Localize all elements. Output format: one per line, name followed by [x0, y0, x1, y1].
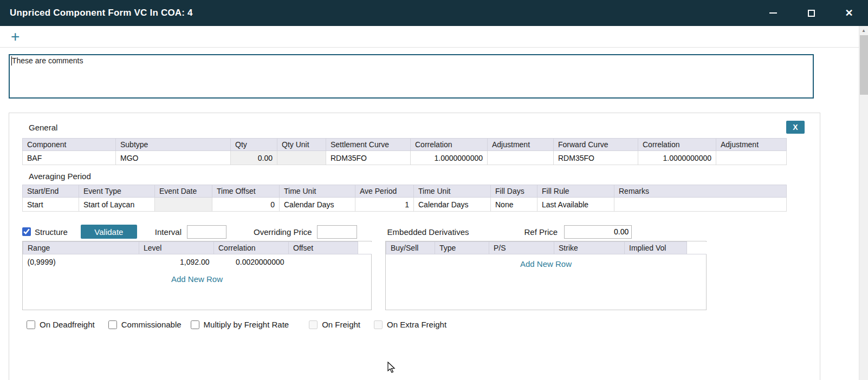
vertical-scrollbar[interactable]: ▲: [859, 26, 868, 380]
general-cell-correlation[interactable]: 1.0000000000: [411, 151, 488, 165]
scroll-up-icon[interactable]: ▲: [859, 26, 868, 35]
interval-input[interactable]: [187, 225, 226, 239]
multiply-by-freight-rate-checkbox[interactable]: [191, 320, 199, 329]
embedded-col-filler: [687, 242, 707, 254]
structure-controls: Structure Validate Interval Overriding P…: [22, 225, 820, 239]
general-row: BAF MGO 0.00 RDM35FO 1.0000000000 RDM35F…: [23, 151, 787, 165]
on-freight-checkbox-label: On Freight: [309, 320, 360, 329]
structure-col-correlation: Correlation: [214, 242, 289, 254]
on-deadfreight-checkbox[interactable]: [27, 320, 35, 329]
avg-cell-remarks[interactable]: [614, 198, 787, 212]
ref-price-label: Ref Price: [524, 227, 558, 237]
comments-textarea[interactable]: These are comments: [9, 54, 814, 99]
general-cell-qty-unit[interactable]: [277, 151, 326, 165]
general-cell-component[interactable]: BAF: [23, 151, 116, 165]
general-col-subtype: Subtype: [116, 139, 231, 151]
averaging-header-row: Start/End Event Type Event Date Time Off…: [23, 185, 787, 198]
general-cell-adjustment-2[interactable]: [716, 151, 787, 165]
sub-tables: Range Level Correlation Offset (0,9999) …: [22, 241, 820, 310]
embedded-add-new-row-link[interactable]: Add New Row: [386, 259, 706, 268]
close-button[interactable]: ✕: [830, 0, 868, 26]
general-col-component: Component: [23, 139, 116, 151]
structure-table: Range Level Correlation Offset (0,9999) …: [22, 241, 372, 310]
maximize-button[interactable]: [792, 0, 830, 26]
averaging-section-label: Averaging Period: [29, 172, 820, 181]
general-cell-qty[interactable]: 0.00: [231, 151, 277, 165]
window-controls: ✕: [754, 0, 868, 26]
structure-row-1: (0,9999) 1,092.00 0.0020000000: [23, 254, 372, 270]
window-title: Unpriced Component Form VC In COA: 4: [10, 8, 193, 18]
embedded-col-ps: P/S: [489, 242, 554, 254]
structure-checkbox-label[interactable]: Structure: [22, 227, 68, 237]
avg-cell-ave-period[interactable]: 1: [355, 198, 414, 212]
avg-cell-time-offset[interactable]: 0: [212, 198, 280, 212]
embedded-col-implied-vol: Implied Vol: [625, 242, 687, 254]
remove-component-button[interactable]: X: [786, 121, 805, 134]
avg-col-time-unit-2: Time Unit: [414, 185, 491, 198]
avg-cell-time-unit[interactable]: Calendar Days: [280, 198, 355, 212]
general-col-qty-unit: Qty Unit: [277, 139, 326, 151]
option-checkboxes: On Deadfreight Commissionable Multiply b…: [27, 320, 820, 329]
minimize-icon: [769, 12, 777, 14]
embedded-col-buy-sell: Buy/Sell: [386, 242, 435, 254]
component-panel: General X Component Subtype Qty Qty Unit…: [9, 113, 820, 380]
structure-add-new-row-link[interactable]: Add New Row: [23, 274, 371, 284]
embedded-derivatives-label: Embedded Derivatives: [387, 227, 469, 237]
general-header-row: Component Subtype Qty Qty Unit Settlemen…: [23, 139, 787, 151]
on-extra-freight-checkbox-label: On Extra Freight: [374, 320, 446, 329]
general-col-forward-curve: Forward Curve: [554, 139, 638, 151]
avg-col-event-date: Event Date: [155, 185, 212, 198]
avg-cell-event-date[interactable]: [155, 198, 212, 212]
interval-label: Interval: [155, 227, 182, 237]
avg-col-remarks: Remarks: [614, 185, 787, 198]
avg-col-fill-rule: Fill Rule: [537, 185, 614, 198]
structure-col-range: Range: [23, 242, 139, 254]
maximize-icon: [808, 10, 815, 17]
general-cell-subtype[interactable]: MGO: [116, 151, 231, 165]
structure-cell-range[interactable]: (0,9999): [23, 254, 139, 270]
validate-button[interactable]: Validate: [81, 225, 137, 239]
embedded-col-type: Type: [435, 242, 489, 254]
titlebar: Unpriced Component Form VC In COA: 4 ✕: [0, 0, 868, 26]
commissionable-checkbox-label[interactable]: Commissionable: [108, 320, 182, 329]
structure-checkbox[interactable]: [22, 227, 31, 236]
avg-col-start-end: Start/End: [23, 185, 79, 198]
multiply-by-freight-rate-checkbox-label[interactable]: Multiply by Freight Rate: [191, 320, 289, 329]
avg-cell-event-type[interactable]: Start of Laycan: [79, 198, 155, 212]
general-col-correlation: Correlation: [411, 139, 488, 151]
avg-cell-fill-days[interactable]: None: [491, 198, 537, 212]
structure-cell-offset[interactable]: [289, 254, 358, 270]
ref-price-input[interactable]: [564, 225, 632, 239]
structure-cell-level[interactable]: 1,092.00: [139, 254, 214, 270]
overriding-price-input[interactable]: [317, 225, 357, 239]
avg-col-ave-period: Ave Period: [355, 185, 414, 198]
structure-col-offset: Offset: [289, 242, 358, 254]
avg-cell-time-unit-2[interactable]: Calendar Days: [414, 198, 491, 212]
avg-col-event-type: Event Type: [79, 185, 155, 198]
general-cell-adjustment[interactable]: [488, 151, 554, 165]
scrollbar-thumb[interactable]: [860, 35, 868, 95]
general-table: Component Subtype Qty Qty Unit Settlemen…: [22, 138, 787, 165]
tab-strip: +: [0, 26, 868, 48]
overriding-price-label: Overriding Price: [254, 227, 312, 237]
averaging-table: Start/End Event Type Event Date Time Off…: [22, 185, 787, 212]
structure-cell-correlation[interactable]: 0.0020000000: [214, 254, 289, 270]
avg-cell-fill-rule[interactable]: Last Available: [537, 198, 614, 212]
averaging-row: Start Start of Laycan 0 Calendar Days 1 …: [23, 198, 787, 212]
embedded-derivatives-table: Buy/Sell Type P/S Strike Implied Vol Add…: [385, 241, 707, 310]
embedded-col-strike: Strike: [554, 242, 625, 254]
on-extra-freight-checkbox: [374, 320, 383, 329]
general-cell-correlation-2[interactable]: 1.0000000000: [638, 151, 716, 165]
general-col-adjustment: Adjustment: [488, 139, 554, 151]
add-tab-icon[interactable]: +: [11, 29, 20, 44]
minimize-button[interactable]: [754, 0, 792, 26]
general-col-adjustment-2: Adjustment: [716, 139, 787, 151]
commissionable-checkbox[interactable]: [108, 320, 117, 329]
avg-cell-start-end[interactable]: Start: [23, 198, 79, 212]
general-cell-forward-curve[interactable]: RDM35FO: [554, 151, 638, 165]
general-cell-settlement-curve[interactable]: RDM35FO: [326, 151, 411, 165]
on-deadfreight-checkbox-label[interactable]: On Deadfreight: [27, 320, 95, 329]
general-section-label: General: [29, 123, 57, 132]
avg-col-time-unit: Time Unit: [280, 185, 355, 198]
structure-col-level: Level: [139, 242, 214, 254]
